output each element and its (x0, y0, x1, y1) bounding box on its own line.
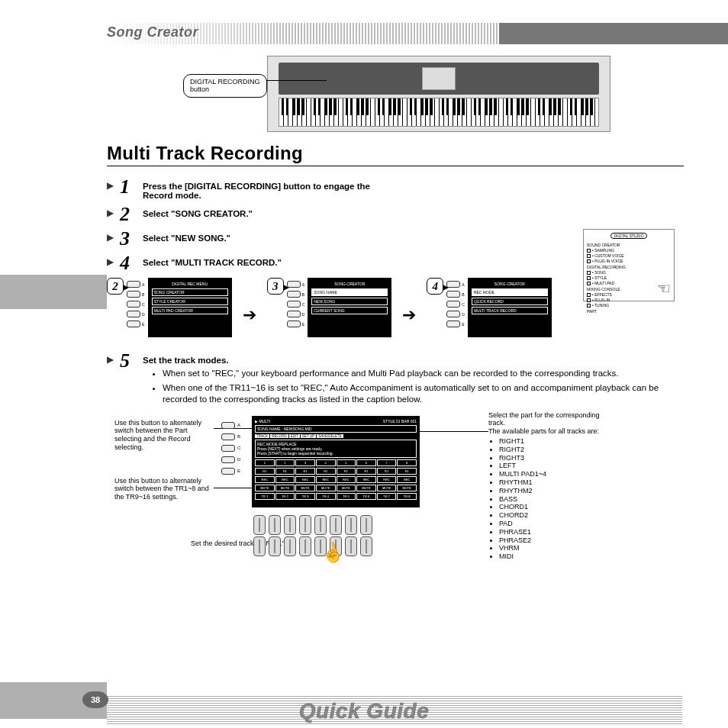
arrow-right-icon: ➔ (402, 305, 416, 325)
callout-line2: button (190, 85, 209, 93)
step-arrow-icon: ▶ (107, 208, 114, 218)
arrow-right-icon: ➔ (243, 305, 256, 325)
lcd-screen-2: DIGITAL REC MENU SONG CREATORSTYLE CREAT… (148, 278, 232, 337)
lcd-screen-4: SONG CREATOR REC MODE QUICK RECORDMULTI … (468, 278, 552, 337)
step-5: ▶ 5 Set the track modes. When set to "RE… (107, 351, 682, 408)
page-number: 38 (82, 691, 108, 708)
step-arrow-icon: ▶ (107, 180, 114, 191)
step-arrow-icon: ▶ (107, 232, 114, 243)
footer-title: Quick Guide (299, 699, 429, 723)
step-bubble-3: 3 (267, 278, 284, 295)
side-gray-tab (0, 275, 107, 309)
callout-line1: DIGITAL RECORDING (190, 78, 260, 85)
step-number: 4 (120, 253, 137, 273)
step-5-heading: Set the track modes. (143, 356, 228, 365)
step-arrow-icon: ▶ (107, 256, 114, 267)
keyboard-diagram: DIGITAL RECORDING button (107, 56, 682, 140)
hand-pointer-icon: ☞ (657, 279, 671, 298)
page-title: Multi Track Recording (107, 143, 684, 166)
digital-studio-panel-illustration: DIGITAL STUDIO SOUND CREATOR• SAMPLING• … (583, 229, 675, 301)
page-footer: Quick Guide (0, 682, 728, 728)
step-2: ▶ 2 Select "SONG CREATOR." (107, 205, 682, 224)
keyboard-illustration (267, 56, 610, 132)
section-header: Song Creator (107, 23, 682, 40)
step-number: 3 (120, 229, 137, 249)
note-part-record-switch: Use this button to alternately switch be… (114, 419, 214, 452)
step-number: 1 (120, 177, 137, 197)
step-arrow-icon: ▶ (107, 354, 114, 365)
step-1: ▶ 1 Press the [DIGITAL RECORDING] button… (107, 177, 682, 200)
step-number: 5 (120, 351, 137, 371)
lcd-screen-3: SONG CREATOR SONG NAME NEW SONGCURRENT S… (308, 278, 391, 337)
section-header-title: Song Creator (107, 23, 682, 40)
note-tr-switch: Use this button to alternately switch be… (114, 477, 214, 501)
detail-diagram: Use this button to alternately switch be… (107, 416, 682, 614)
digital-recording-callout: DIGITAL RECORDING button (183, 74, 267, 98)
step-bubble-4: 4 (427, 278, 443, 295)
step-bubble-2: 2 (107, 278, 124, 295)
detail-lcd-screen: ▶ MULTI STYLE 01 BAR 001 SONG NAME : NEW… (252, 416, 420, 507)
step-number: 2 (120, 205, 137, 224)
note-available-parts: Select the part for the corresponding tr… (488, 411, 610, 561)
